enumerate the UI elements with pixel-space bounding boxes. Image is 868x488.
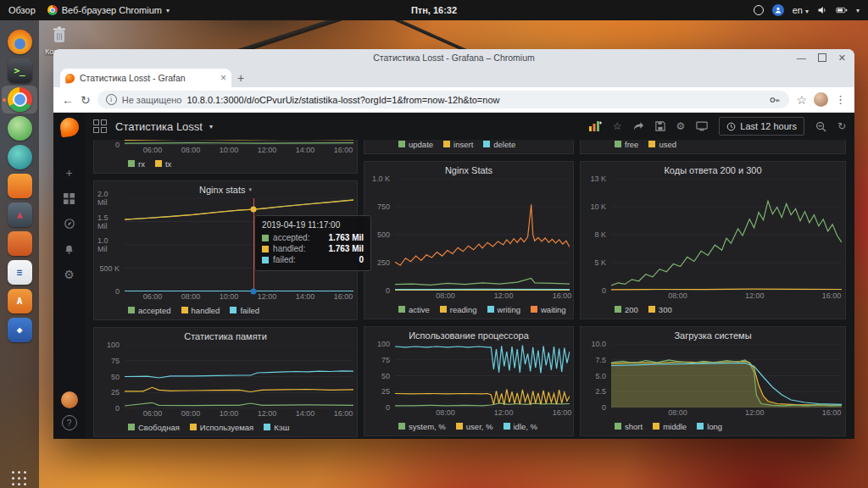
zoom-out-icon[interactable] [815,121,826,132]
legend-item[interactable]: handled [181,306,220,315]
explore-icon[interactable] [53,211,85,236]
star-icon[interactable]: ☆ [613,121,622,131]
libreoffice-writer-icon[interactable]: ≡ [2,258,37,286]
legend-item[interactable]: 300 [648,305,672,314]
y-tick: 0 [115,404,120,413]
legend-item[interactable]: rx [128,159,145,169]
bookmark-star-icon[interactable]: ☆ [796,94,807,106]
legend-item[interactable]: writing [487,305,520,314]
legend-item[interactable]: waiting [531,305,566,314]
legend-item[interactable]: 200 [615,305,638,314]
y-tick: 50 [381,372,390,380]
legend-item[interactable]: idle, % [504,422,538,431]
legend-item[interactable]: failed [230,306,259,315]
libreoffice-a-icon[interactable]: A [2,287,37,315]
transmission-icon[interactable]: ▲ [2,201,37,229]
panel-title[interactable]: Nginx stats▾ [97,181,353,198]
close-button[interactable]: ✕ [838,53,846,63]
x-tick: 10:00 [220,146,239,154]
panel-menu-caret[interactable]: ▾ [248,186,252,193]
chromium-icon[interactable] [2,86,37,114]
legend-item[interactable]: Используемая [190,423,253,432]
x-tick: 08:00 [181,146,201,154]
battery-icon[interactable] [836,6,848,14]
grafana-logo[interactable] [58,117,80,138]
minimize-button[interactable]: — [797,53,806,63]
virtualbox-icon[interactable]: ◆ [2,316,37,344]
legend-item[interactable]: reading [440,305,477,314]
legend-item[interactable]: delete [483,140,515,149]
crosshair-marker [250,288,256,294]
remmina-icon[interactable] [2,114,37,142]
volume-icon[interactable] [817,5,827,15]
x-tick: 14:00 [296,292,315,301]
browser-menu-icon[interactable]: ⋮ [835,93,846,106]
x-tick: 08:00 [181,292,201,301]
create-icon[interactable]: + [53,160,85,186]
tv-mode-icon[interactable] [696,121,708,131]
system-menu-caret[interactable]: ▾ [856,7,860,14]
tab-close-icon[interactable]: × [220,72,226,84]
screencast-icon[interactable] [754,5,764,15]
legend-item[interactable]: free [615,140,638,149]
legend-item[interactable]: Свободная [128,423,180,432]
dashboards-icon[interactable] [53,186,85,211]
new-tab-button[interactable]: + [231,69,250,87]
dashboard-title[interactable]: Статистика Losst [115,120,203,133]
legend-item[interactable]: short [615,422,643,431]
panel-title[interactable]: Nginx Stats [368,162,570,179]
legend-item[interactable]: insert [443,140,473,149]
show-applications-button[interactable] [12,471,27,486]
reload-button[interactable]: ↻ [81,94,91,106]
legend-item[interactable]: accepted [128,306,171,315]
keyboard-layout[interactable]: en ▾ [793,5,809,15]
user-indicator-icon[interactable] [772,4,784,16]
window-titlebar[interactable]: Статистика Losst - Grafana – Chromium — … [53,49,854,66]
add-panel-icon[interactable] [588,120,602,132]
legend-item[interactable]: tx [155,159,171,169]
app-menu[interactable]: Веб-браузер Chromium ▾ [47,5,170,15]
legend-item[interactable]: system, % [398,422,446,431]
legend-item[interactable]: used [648,140,676,149]
tab-strip: Статистика Losst - Grafan × + [53,66,854,87]
profile-avatar[interactable] [814,92,828,107]
panel-title[interactable]: Загрузка системы [584,327,842,344]
browser-tab[interactable]: Статистика Losst - Grafan × [60,69,231,87]
firefox-icon[interactable] [2,28,37,56]
y-tick: 1.0 Mil [97,236,120,253]
time-range-button[interactable]: Last 12 hours [719,117,804,136]
chart-cpu: 025507510008:0012:0016:00 [368,344,570,419]
panel-title[interactable]: Коды ответа 200 и 300 [584,162,842,179]
clock[interactable]: Птн, 16:32 [411,5,457,15]
legend-item[interactable]: middle [653,422,687,431]
address-bar[interactable]: i Не защищено 10.8.0.1:3000/d/oCPvurUiz/… [97,91,790,108]
refresh-icon[interactable]: ↻ [837,121,846,131]
files-icon[interactable] [2,172,37,200]
settings-gear-icon[interactable]: ⚙ [676,121,686,131]
x-tick: 08:00 [436,291,455,300]
legend-item[interactable]: update [398,140,433,149]
legend-item[interactable]: Кэш [264,423,289,432]
mail-icon[interactable] [2,143,37,171]
software-store-icon[interactable] [2,230,37,258]
back-button[interactable]: ← [62,94,74,106]
legend-item[interactable]: user, % [456,422,493,431]
share-icon[interactable] [633,121,644,131]
site-info-icon[interactable]: i [106,94,117,105]
activities-button[interactable]: Обзор [8,5,36,15]
legend-item[interactable]: long [697,422,722,431]
save-icon[interactable] [655,121,665,131]
password-key-icon[interactable] [769,94,781,106]
panel-nginx-connections: Nginx Stats 02505007501.0 K08:0012:0016:… [364,161,574,319]
maximize-button[interactable] [818,53,826,62]
chart-network: 010006:0008:0010:0012:0014:0016:00 [97,140,353,156]
legend-item[interactable]: active [398,305,430,314]
configuration-gear-icon[interactable]: ⚙ [53,262,85,287]
panel-title[interactable]: Использование процессора [368,327,570,344]
terminal-icon[interactable]: >_ [2,57,37,85]
user-avatar[interactable] [61,391,78,408]
chevron-down-icon[interactable]: ▾ [209,123,213,130]
alerting-bell-icon[interactable] [53,236,85,262]
help-icon[interactable]: ? [62,415,77,430]
panel-title[interactable]: Статистика памяти [97,328,353,345]
